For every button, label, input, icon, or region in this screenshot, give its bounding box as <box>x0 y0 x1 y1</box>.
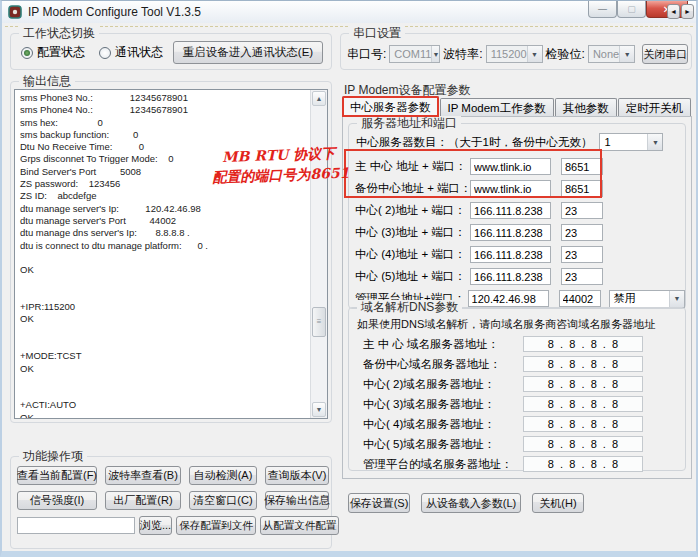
server-count-select[interactable]: 1 ▼ <box>599 133 663 151</box>
dns-row-main: 主 中 心 域名服务器地址： <box>349 336 685 352</box>
parity-label: 检验位: <box>546 46 585 63</box>
scrollbar-thumb[interactable]: ≡ <box>312 307 326 337</box>
shutdown-button[interactable]: 关机(H) <box>532 493 584 513</box>
center2-address-input[interactable] <box>470 202 551 219</box>
center5-dns-input[interactable] <box>523 436 643 452</box>
save-output-button[interactable]: 保存输出信息 <box>265 491 329 510</box>
parity-select[interactable]: None ▼ <box>588 45 635 63</box>
chevron-down-icon[interactable]: ▼ <box>431 46 439 62</box>
tab-scroll-arrows: ◄ ► <box>667 4 694 19</box>
config-file-path-input[interactable] <box>17 517 135 534</box>
dns-title: 域名解析DNS参数 <box>357 300 462 314</box>
main-center-address-input[interactable] <box>470 158 551 175</box>
center2-port-input[interactable] <box>561 202 603 219</box>
query-version-button[interactable]: 查询版本(V) <box>265 466 329 485</box>
tab-timed-switch[interactable]: 定时开关机 <box>618 98 692 117</box>
center2-dns-input[interactable] <box>523 376 643 392</box>
close-serial-button[interactable]: 关闭串口 <box>642 44 688 64</box>
center-server-tabpanel: 服务器地址和端口 中心服务器数目：（大于1时，备份中心无效） 1 ▼ 主 中心 … <box>342 116 692 479</box>
output-group: 输出信息 sms Phone3 No.: 12345678901 sms Pho… <box>10 81 332 423</box>
mgmt-platform-address-input[interactable] <box>468 290 549 307</box>
tab-scroll-right-icon[interactable]: ► <box>681 4 694 19</box>
signal-strength-button[interactable]: 信号强度(I) <box>17 491 97 510</box>
serial-port-label: 串口号: <box>347 46 386 63</box>
config-tabstrip: 中心服务器参数 IP Modem工作参数 其他参数 定时开关机 ModBus设置 <box>342 96 692 117</box>
save-config-to-file-button[interactable]: 保存配置到文件 <box>176 516 256 535</box>
server-row-main: 主 中心 地址 + 端口： <box>355 158 685 175</box>
output-text: sms Phone3 No.: 12345678901 sms Phone4 N… <box>15 90 310 418</box>
tab-modem-work-params[interactable]: IP Modem工作参数 <box>440 98 554 117</box>
dns-row-4: 中心( 4)域名服务器地址： <box>349 416 685 432</box>
baud-view-button[interactable]: 波特率查看(B) <box>105 466 181 485</box>
auto-detect-button[interactable]: 自动检测(A) <box>189 466 257 485</box>
server-row-backup: 备份中心地址 + 端口： <box>355 180 685 197</box>
backup-dns-input[interactable] <box>523 356 643 372</box>
comm-state-radio[interactable]: 通讯状态 <box>99 44 163 61</box>
dns-row-5: 中心( 5)域名服务器地址： <box>349 436 685 452</box>
operations-title: 功能操作项 <box>19 449 87 463</box>
baud-select[interactable]: 115200 ▼ <box>486 45 543 63</box>
serial-title: 串口设置 <box>349 26 405 40</box>
main-center-port-input[interactable] <box>561 158 603 175</box>
chevron-down-icon[interactable]: ▼ <box>619 46 634 62</box>
minimize-button[interactable]: — <box>588 1 617 18</box>
browse-button[interactable]: 浏览... <box>139 516 172 535</box>
load-from-device-button[interactable]: 从设备载入参数(L) <box>421 493 521 513</box>
center5-port-input[interactable] <box>561 268 603 285</box>
radio-unchecked-icon[interactable] <box>99 47 111 59</box>
server-count-label: 中心服务器数目：（大于1时，备份中心无效） <box>356 135 592 150</box>
backup-center-port-input[interactable] <box>561 180 603 197</box>
scrollbar-track[interactable]: ≡ <box>311 107 327 401</box>
main-dns-input[interactable] <box>523 336 643 352</box>
mgmt-platform-port-input[interactable] <box>559 290 601 307</box>
mgmt-platform-dns-input[interactable] <box>523 456 643 472</box>
view-config-button[interactable]: 查看当前配置(F) <box>17 466 97 485</box>
chevron-down-icon[interactable]: ▼ <box>647 134 662 150</box>
center4-address-input[interactable] <box>470 246 551 263</box>
factory-reset-button[interactable]: 出厂配置(R) <box>105 491 181 510</box>
window-title: IP Modem Configure Tool V1.3.5 <box>28 5 201 19</box>
server-row-2: 中心( 2)地址 + 端口： <box>355 202 685 219</box>
clear-window-button[interactable]: 清空窗口(C) <box>189 491 257 510</box>
server-row-3: 中心 (3)地址 + 端口： <box>355 224 685 241</box>
save-settings-button[interactable]: 保存设置(S) <box>348 493 410 513</box>
center5-address-input[interactable] <box>470 268 551 285</box>
center3-address-input[interactable] <box>470 224 551 241</box>
config-state-label: 配置状态 <box>37 44 85 61</box>
chevron-down-icon[interactable]: ▼ <box>527 46 542 62</box>
tab-center-server-params[interactable]: 中心服务器参数 <box>342 96 439 117</box>
tab-other-params[interactable]: 其他参数 <box>555 98 617 117</box>
output-scrollbar[interactable]: ▲ ≡ ▼ <box>310 90 327 418</box>
backup-center-address-input[interactable] <box>470 180 551 197</box>
server-address-group: 服务器地址和端口 中心服务器数目：（大于1时，备份中心无效） 1 ▼ 主 中心 … <box>348 123 686 309</box>
radio-checked-icon[interactable] <box>21 47 33 59</box>
center3-port-input[interactable] <box>561 224 603 241</box>
serial-port-select[interactable]: COM11 ▼ <box>389 45 440 63</box>
work-state-group: 工作状态切换 配置状态 通讯状态 重启设备进入通讯状态(E) <box>10 33 332 70</box>
mgmt-platform-mode-select[interactable]: 禁用 ▼ <box>609 290 685 308</box>
maximize-button: ▢ <box>617 1 646 18</box>
baud-label: 波特率: <box>443 46 482 63</box>
dns-row-3: 中心( 3)域名服务器地址： <box>349 396 685 412</box>
restart-to-comm-button[interactable]: 重启设备进入通讯状态(E) <box>173 41 323 64</box>
server-row-4: 中心 (4)地址 + 端口： <box>355 246 685 263</box>
dns-row-2: 中心( 2)域名服务器地址： <box>349 376 685 392</box>
chevron-down-icon[interactable]: ▼ <box>669 291 684 307</box>
titlebar: IP Modem Configure Tool V1.3.5 — ▢ ✕ <box>2 1 696 23</box>
center3-dns-input[interactable] <box>523 396 643 412</box>
scroll-up-icon[interactable]: ▲ <box>312 91 326 106</box>
center4-port-input[interactable] <box>561 246 603 263</box>
app-window: IP Modem Configure Tool V1.3.5 — ▢ ✕ 工作状… <box>0 0 698 557</box>
output-title: 输出信息 <box>19 74 75 88</box>
scroll-down-icon[interactable]: ▼ <box>312 402 326 417</box>
dns-group: 域名解析DNS参数 如果使用DNS域名解析，请向域名服务商咨询域名服务器地址 主… <box>348 307 686 471</box>
dns-row-management: 管理平台的域名服务器地址： <box>349 456 685 472</box>
config-from-file-button[interactable]: 从配置文件配置 <box>260 516 340 535</box>
output-textarea[interactable]: sms Phone3 No.: 12345678901 sms Phone4 N… <box>14 89 328 419</box>
config-state-radio[interactable]: 配置状态 <box>21 44 85 61</box>
center4-dns-input[interactable] <box>523 416 643 432</box>
server-row-5: 中心 (5)地址 + 端口： <box>355 268 685 285</box>
tab-scroll-left-icon[interactable]: ◄ <box>667 4 680 19</box>
operations-group: 功能操作项 查看当前配置(F) 波特率查看(B) 自动检测(A) 查询版本(V)… <box>10 456 332 549</box>
app-icon <box>8 5 22 19</box>
